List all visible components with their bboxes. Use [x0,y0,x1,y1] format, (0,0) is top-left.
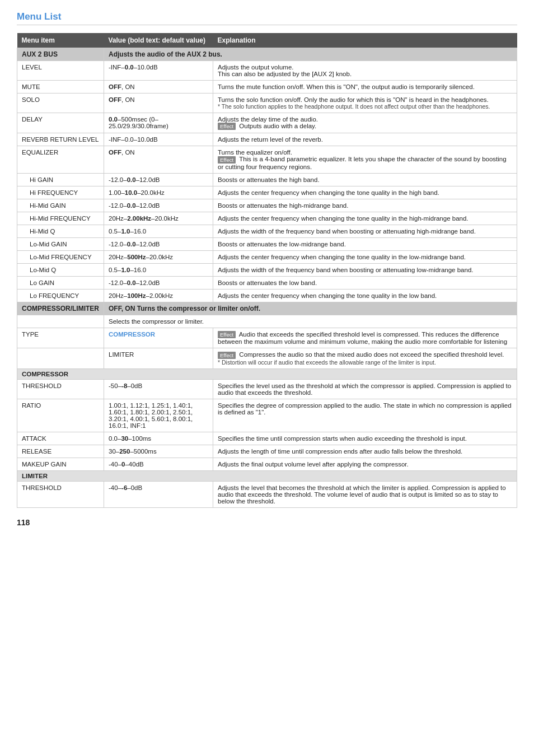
table-row: Lo FREQUENCY20Hz–100Hz–2.00kHzAdjusts th… [17,289,517,302]
header-explanation: Explanation [213,33,517,48]
menu-item-label: Hi-Mid Q [17,225,104,237]
table-row: LEVEL-INF–0.0–10.0dBAdjusts the output v… [17,61,517,81]
menu-item-value: -40–0–40dB [104,458,213,470]
menu-item-label: Hi-Mid GAIN [17,199,104,212]
menu-item-explanation: Adjusts the width of the frequency band … [213,263,517,276]
menu-item-explanation: Adjusts the final output volume level af… [213,458,517,470]
table-row: THRESHOLD-50–-8–0dBSpecifies the level u… [17,379,517,399]
table-row: Lo GAIN-12.0–0.0–12.0dBBoosts or attenua… [17,276,517,289]
menu-item-explanation: Adjusts the length of time until compres… [213,445,517,458]
table-row: SOLOOFF, ONTurns the solo function on/of… [17,94,517,113]
table-row: MAKEUP GAIN-40–0–40dBAdjusts the final o… [17,458,517,470]
header-value: Value (bold text: default value) [104,33,213,48]
menu-item-label [17,348,104,368]
menu-item-value: 30–250–5000ms [104,445,213,458]
menu-item-label: REVERB RETURN LEVEL [17,133,104,146]
menu-item-label: EQUALIZER [17,146,104,173]
menu-item-value: 0.0–30–100ms [104,432,213,445]
menu-item-explanation: Effect Audio that exceeds the specified … [213,328,517,348]
table-row: LIMITEREffect Compresses the audio so th… [17,348,517,368]
menu-item-value: 0.0–500msec (0–25.0/29.9/30.0frame) [104,113,213,133]
menu-item-value: 20Hz–2.00kHz–20.0kHz [104,212,213,225]
menu-item-label: MUTE [17,81,104,94]
table-row: REVERB RETURN LEVEL-INF–0.0–10.0dBAdjust… [17,133,517,146]
menu-item-label [17,315,104,328]
table-row: MUTEOFF, ONTurns the mute function on/of… [17,81,517,94]
section-header-row: COMPRESSOR/LIMITEROFF, ON Turns the comp… [17,302,517,315]
page-number: 118 [17,518,517,527]
table-row: EQUALIZEROFF, ONTurns the equalizer on/o… [17,146,517,173]
menu-item-label: DELAY [17,113,104,133]
menu-item-value: 20Hz–500Hz–20.0kHz [104,250,213,263]
effect-badge: Effect [218,331,236,338]
menu-item-label: RATIO [17,399,104,432]
menu-item-label: THRESHOLD [17,481,104,507]
menu-item-label: MAKEUP GAIN [17,458,104,470]
menu-item-label: Hi GAIN [17,173,104,186]
menu-item-label: Lo-Mid GAIN [17,237,104,250]
menu-item-value: -12.0–0.0–12.0dB [104,237,213,250]
menu-item-explanation: Adjusts the output volume.This can also … [213,61,517,81]
menu-item-value: 20Hz–100Hz–2.00kHz [104,289,213,302]
menu-item-value: OFF, ON [104,146,213,173]
table-row: TYPECOMPRESSOREffect Audio that exceeds … [17,328,517,348]
menu-item-label: TYPE [17,328,104,348]
table-row: Lo-Mid Q0.5–1.0–16.0Adjusts the width of… [17,263,517,276]
menu-item-value: COMPRESSOR [104,328,213,348]
menu-item-explanation: Boosts or attenuates the high band. [213,173,517,186]
menu-item-explanation: Adjusts the center frequency when changi… [213,250,517,263]
menu-item-label: SOLO [17,94,104,113]
menu-item-explanation: Specifies the time until compression sta… [213,432,517,445]
menu-item-label: Lo-Mid FREQUENCY [17,250,104,263]
menu-item-explanation: Adjusts the center frequency when changi… [213,212,517,225]
menu-item-value: -12.0–0.0–12.0dB [104,276,213,289]
menu-item-value: OFF, ON [104,81,213,94]
menu-item-explanation: Specifies the degree of compression appl… [213,399,517,432]
menu-item-explanation: Turns the equalizer on/off.Effect This i… [213,146,517,173]
table-row: Hi GAIN-12.0–0.0–12.0dBBoosts or attenua… [17,173,517,186]
menu-item-explanation: Boosts or attenuates the high-midrange b… [213,199,517,212]
section-menu-label: AUX 2 BUS [17,48,104,61]
menu-item-label: Lo GAIN [17,276,104,289]
menu-item-value: Selects the compressor or limiter. [104,315,517,328]
menu-item-explanation: Adjusts the center frequency when changi… [213,186,517,199]
menu-item-explanation: Turns the solo function on/off. Only the… [213,94,517,113]
menu-item-explanation: Adjusts the delay time of the audio.Effe… [213,113,517,133]
menu-item-value: 0.5–1.0–16.0 [104,225,213,237]
effect-badge: Effect [218,352,236,359]
table-row: THRESHOLD-40–-6–0dBAdjusts the level tha… [17,481,517,507]
menu-item-explanation: Boosts or attenuates the low band. [213,276,517,289]
menu-item-explanation: Turns the mute function on/off. When thi… [213,81,517,94]
menu-item-value: -12.0–0.0–12.0dB [104,199,213,212]
menu-item-value: -INF–0.0–10.0dB [104,61,213,81]
header-menu-item: Menu item [17,33,104,48]
subsection-header-row: COMPRESSOR [17,368,517,379]
page-title: Menu List [17,11,517,25]
menu-item-explanation: Adjusts the width of the frequency band … [213,225,517,237]
effect-badge: Effect [218,156,236,164]
menu-item-value: 1.00–10.0–20.0kHz [104,186,213,199]
menu-item-explanation: Adjusts the return level of the reverb. [213,133,517,146]
menu-item-value: 0.5–1.0–16.0 [104,263,213,276]
table-row: Hi-Mid GAIN-12.0–0.0–12.0dBBoosts or att… [17,199,517,212]
menu-item-label: LEVEL [17,61,104,81]
menu-item-label: RELEASE [17,445,104,458]
table-row: Lo-Mid FREQUENCY20Hz–500Hz–20.0kHzAdjust… [17,250,517,263]
table-row: ATTACK0.0–30–100msSpecifies the time unt… [17,432,517,445]
table-row: Lo-Mid GAIN-12.0–0.0–12.0dBBoosts or att… [17,237,517,250]
subsection-label: LIMITER [17,470,517,481]
menu-item-label: Lo FREQUENCY [17,289,104,302]
section-header-row: AUX 2 BUSAdjusts the audio of the AUX 2 … [17,48,517,61]
menu-item-explanation: Boosts or attenuates the low-midrange ba… [213,237,517,250]
menu-item-explanation: Adjusts the center frequency when changi… [213,289,517,302]
menu-item-value: 1.00:1, 1.12:1, 1.25:1, 1.40:1, 1.60:1, … [104,399,213,432]
menu-item-label: Lo-Mid Q [17,263,104,276]
section-description: OFF, ON Turns the compressor or limiter … [104,302,517,315]
menu-item-value: -INF–0.0–10.0dB [104,133,213,146]
subsection-label: COMPRESSOR [17,368,517,379]
table-row: RELEASE30–250–5000msAdjusts the length o… [17,445,517,458]
menu-item-value: OFF, ON [104,94,213,113]
menu-item-label: ATTACK [17,432,104,445]
table-row: RATIO1.00:1, 1.12:1, 1.25:1, 1.40:1, 1.6… [17,399,517,432]
table-row: Hi-Mid FREQUENCY20Hz–2.00kHz–20.0kHzAdju… [17,212,517,225]
